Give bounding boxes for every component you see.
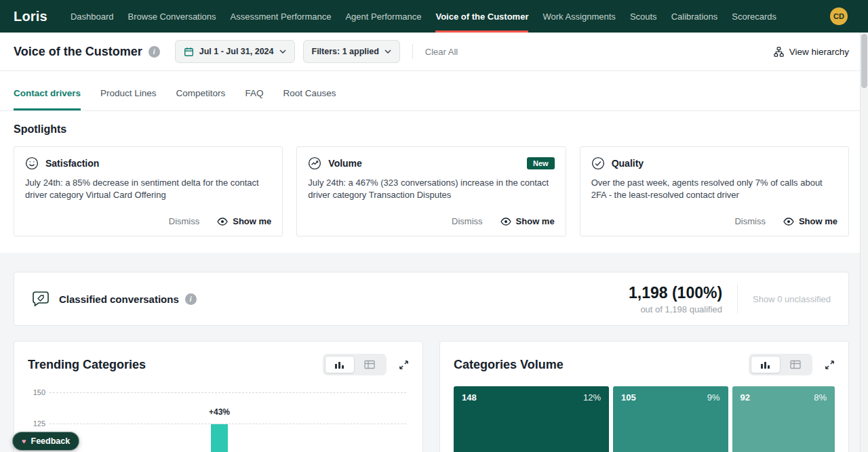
classified-subtext: out of 1,198 qualified <box>629 304 722 314</box>
page-header: Voice of the Customer i Jul 1 - Jul 31, … <box>0 33 868 71</box>
spotlight-text: July 24th: a 467% (323 conversations) in… <box>308 177 554 201</box>
info-icon[interactable]: i <box>149 46 160 58</box>
eye-icon <box>783 218 794 226</box>
header-divider <box>412 44 413 59</box>
tab-contact-drivers[interactable]: Contact drivers <box>14 78 81 110</box>
spotlight-title: Quality <box>612 158 644 169</box>
show-me-button[interactable]: Show me <box>500 216 555 226</box>
dismiss-button[interactable]: Dismiss <box>452 216 483 226</box>
trend-up-icon <box>308 157 321 170</box>
date-range-label: Jul 1 - Jul 31, 2024 <box>199 47 274 56</box>
heart-icon: ♥ <box>22 438 26 445</box>
show-me-button[interactable]: Show me <box>217 216 271 226</box>
vertical-divider <box>737 284 738 314</box>
show-me-label: Show me <box>516 216 555 226</box>
show-me-button[interactable]: Show me <box>783 216 837 226</box>
eye-icon <box>217 218 228 226</box>
conversation-tag-icon <box>32 291 50 307</box>
nav-item-assessment-performance[interactable]: Assessment Performance <box>231 0 332 33</box>
classified-conversations-card: Classified conversations i 1,198 (100%) … <box>14 272 849 326</box>
spotlight-text: Over the past week, agents resolved only… <box>591 177 837 201</box>
table-view-toggle[interactable] <box>781 356 810 373</box>
panel-title: Categories Volume <box>454 358 564 372</box>
block-count: 105 <box>621 392 636 403</box>
tab-root-causes[interactable]: Root Causes <box>283 78 336 110</box>
expand-button[interactable] <box>399 360 409 370</box>
loris-logo[interactable]: Loris <box>14 9 47 24</box>
filters-label: Filters: 1 applied <box>312 47 379 56</box>
spotlight-title: Volume <box>328 158 362 169</box>
info-icon[interactable]: i <box>185 293 197 305</box>
spotlight-card-satisfaction: Satisfaction July 24th: a 85% decrease i… <box>14 146 283 237</box>
view-toggle-group <box>749 354 812 375</box>
nav-item-scouts[interactable]: Scouts <box>630 0 657 33</box>
show-unclassified-link[interactable]: Show 0 unclassified <box>753 294 831 304</box>
chart-view-toggle[interactable] <box>325 356 355 373</box>
content-area: Classified conversations i 1,198 (100%) … <box>0 253 868 452</box>
clear-all-link[interactable]: Clear All <box>425 47 458 57</box>
page-scrollbar[interactable] <box>860 33 868 452</box>
spotlight-card-quality: Quality Over the past week, agents resol… <box>580 146 849 237</box>
expand-button[interactable] <box>825 360 835 370</box>
trending-bar-chart: 150 125 +43% <box>28 386 409 452</box>
treemap-block[interactable]: 105 9% <box>613 386 728 452</box>
block-count: 92 <box>741 392 750 403</box>
chevron-down-icon <box>384 49 391 54</box>
nav-item-work-assignments[interactable]: Work Assignments <box>542 0 615 33</box>
page-title: Voice of the Customer <box>14 45 142 59</box>
chart-view-toggle[interactable] <box>751 356 781 373</box>
tab-bar: Contact drivers Product Lines Competitor… <box>0 71 868 111</box>
expand-icon <box>399 360 409 370</box>
chevron-down-icon <box>279 49 286 54</box>
user-avatar[interactable]: CD <box>830 7 848 25</box>
block-percent: 8% <box>814 392 827 403</box>
tab-competitors[interactable]: Competitors <box>176 78 226 110</box>
nav-item-calibrations[interactable]: Calibrations <box>671 0 718 33</box>
check-circle-icon <box>591 157 605 170</box>
tab-faq[interactable]: FAQ <box>245 78 263 110</box>
nav-item-scorecards[interactable]: Scorecards <box>732 0 776 33</box>
nav-item-voice-of-the-customer[interactable]: Voice of the Customer <box>435 0 528 33</box>
panel-title: Trending Categories <box>28 358 146 372</box>
spotlights-heading: Spotlights <box>14 123 849 136</box>
spotlight-title: Satisfaction <box>45 158 99 169</box>
filters-button[interactable]: Filters: 1 applied <box>303 40 400 63</box>
new-badge: New <box>527 157 555 169</box>
dismiss-button[interactable]: Dismiss <box>734 216 766 226</box>
gridline <box>50 392 406 393</box>
classified-label: Classified conversations <box>59 293 179 305</box>
table-view-toggle[interactable] <box>355 356 384 373</box>
bar-value-label: +43% <box>201 407 237 417</box>
nav-items: Dashboard Browse Conversations Assessmen… <box>71 0 776 33</box>
nav-item-agent-performance[interactable]: Agent Performance <box>345 0 421 33</box>
trend-bar[interactable] <box>211 424 228 452</box>
scrollbar-thumb[interactable] <box>861 34 867 88</box>
nav-item-browse-conversations[interactable]: Browse Conversations <box>128 0 216 33</box>
feedback-label: Feedback <box>31 436 71 446</box>
spotlights-section: Spotlights Satisfaction July 24th: a 85%… <box>0 111 868 253</box>
nav-item-dashboard[interactable]: Dashboard <box>71 0 114 33</box>
feedback-button[interactable]: ♥ Feedback <box>12 432 79 451</box>
block-count: 148 <box>462 392 477 403</box>
eye-icon <box>500 218 511 226</box>
date-range-picker[interactable]: Jul 1 - Jul 31, 2024 <box>175 40 295 63</box>
y-axis-tick: 125 <box>28 419 45 428</box>
classified-count: 1,198 (100%) <box>629 284 722 302</box>
block-percent: 9% <box>707 392 720 403</box>
view-hierarchy-button[interactable]: View hierarchy <box>774 47 849 57</box>
expand-icon <box>825 360 835 370</box>
view-hierarchy-label: View hierarchy <box>789 47 849 57</box>
tab-product-lines[interactable]: Product Lines <box>100 78 157 110</box>
treemap-block[interactable]: 92 8% <box>732 386 835 452</box>
spotlight-text: July 24th: a 85% decrease in sentiment d… <box>25 177 271 201</box>
calendar-icon <box>184 47 194 57</box>
hierarchy-icon <box>774 47 784 57</box>
dismiss-button[interactable]: Dismiss <box>169 216 200 226</box>
satisfaction-icon <box>25 157 39 170</box>
spotlight-cards: Satisfaction July 24th: a 85% decrease i… <box>14 146 849 237</box>
treemap-block[interactable]: 148 12% <box>454 386 609 452</box>
gridline <box>50 424 406 424</box>
categories-volume-treemap: 148 12% 105 9% 92 8% <box>454 386 835 452</box>
categories-volume-panel: Categories Volume <box>439 341 849 452</box>
top-nav: Loris Dashboard Browse Conversations Ass… <box>0 0 868 33</box>
